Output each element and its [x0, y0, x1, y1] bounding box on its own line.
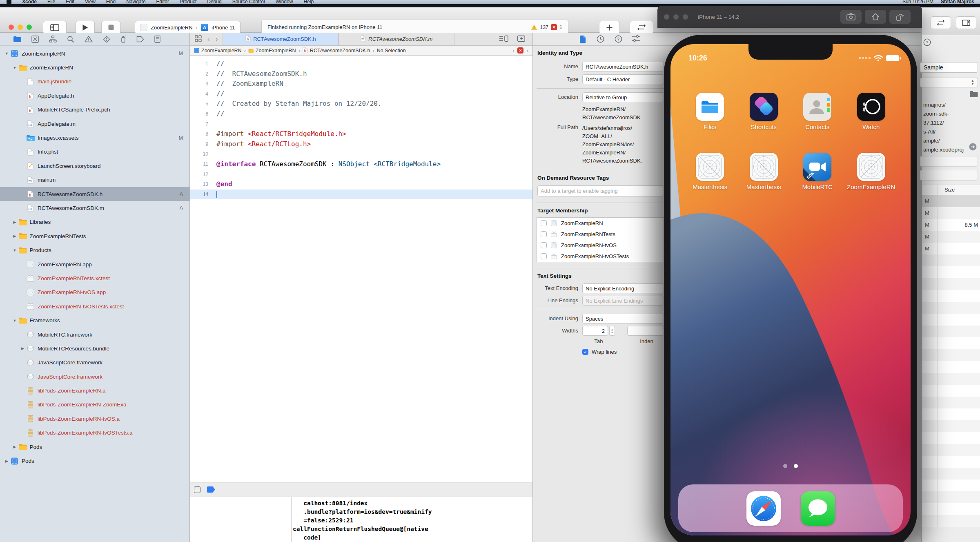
run-button[interactable] [76, 21, 95, 34]
disclosure-icon[interactable]: ▼ [3, 51, 10, 56]
breakpoints-toggle-icon[interactable] [207, 486, 215, 493]
tab-width-stepper[interactable]: ▲▼ [609, 326, 615, 336]
find-navigator-icon[interactable] [67, 36, 74, 43]
debug-navigator-icon[interactable] [120, 35, 126, 43]
bg-table-row[interactable]: M [922, 231, 980, 243]
disclosure-icon[interactable]: ▶ [11, 220, 18, 224]
menu-item-help[interactable]: Help [303, 0, 314, 4]
dock-app-safari[interactable] [746, 491, 781, 526]
code-line-12[interactable]: 12 [190, 170, 532, 180]
code-line-6[interactable]: 6// [190, 109, 532, 119]
bg-table-row[interactable] [922, 420, 980, 432]
simulator-title-bar[interactable]: iPhone 11 – 14.2 [657, 6, 922, 28]
code-line-13[interactable]: 13@end [190, 179, 532, 190]
close-window-button[interactable] [9, 25, 14, 30]
symbol-navigator-icon[interactable] [49, 36, 57, 42]
code-line-2[interactable]: 2// RCTAwesomeZoomSDK.h [190, 69, 532, 79]
navigator-row-products[interactable]: ▼Products [0, 243, 189, 257]
odr-tags-input[interactable]: Add to a target to enable tagging [537, 185, 664, 196]
app-files[interactable]: Files [683, 93, 737, 130]
menu-user[interactable]: Stefan Majiros [941, 0, 974, 4]
code-line-9[interactable]: 9#import <React/RCTLog.h> [190, 139, 532, 149]
navigator-row-zoomexamplern[interactable]: ▼ZoomExampleRN [0, 60, 189, 74]
code-line-10[interactable]: 10 [190, 149, 532, 159]
disclosure-icon[interactable]: ▼ [11, 319, 18, 323]
issue-navigator-icon[interactable] [85, 36, 93, 42]
bg-table-row[interactable] [922, 397, 980, 408]
bg-table-row[interactable] [922, 480, 980, 491]
menu-item-xcode[interactable]: Xcode [22, 0, 37, 4]
sim-close-button[interactable] [664, 14, 669, 20]
navigator-row-info-plist[interactable]: Info.plist [0, 145, 189, 159]
navigator-row-pods[interactable]: ▶Pods [0, 440, 189, 454]
dock-app-messages[interactable] [801, 491, 835, 526]
app-contacts[interactable]: Contacts [791, 93, 844, 130]
navigator-row-libpods-zoomexamplern-tvostests-a[interactable]: libPods-ZoomExampleRN-tvOSTests.a [0, 426, 189, 440]
bg-table-row[interactable] [922, 278, 980, 290]
source-control-navigator-icon[interactable] [31, 36, 39, 43]
navigator-row-zoomexamplern[interactable]: ▼ZoomExampleRNM [0, 47, 189, 60]
breadcrumb-segment[interactable]: ZoomExampleRN [248, 47, 296, 54]
debug-console[interactable]: calhost:8081/index .bundle?platform=ios&… [190, 497, 532, 542]
disclosure-icon[interactable]: ▶ [19, 346, 26, 350]
menu-clock[interactable]: Sun 10:26 PM [902, 0, 933, 4]
warning-count[interactable]: 137 [540, 25, 548, 30]
code-line-5[interactable]: 5// Created by Stefan Majiros on 12/20/2… [190, 99, 532, 109]
tab-rctawesomezoomsdk-m[interactable]: mRCTAwesomeZoomSDK.m [339, 33, 454, 45]
navigator-row-main-jsbundle[interactable]: main.jsbundle [0, 75, 189, 89]
wrap-lines-checkbox[interactable]: ✓ [582, 349, 588, 355]
code-line-1[interactable]: 1// [190, 59, 532, 69]
navigator-row-rctawesomezoomsdk-h[interactable]: hRCTAwesomeZoomSDK.hA [0, 187, 189, 201]
bg-table-row[interactable] [922, 290, 980, 302]
menu-item-editor[interactable]: Editor [156, 0, 169, 4]
sim-rotate-button[interactable] [889, 10, 911, 24]
bg-table-row[interactable]: M [922, 195, 980, 207]
bg-table-row[interactable] [922, 266, 980, 278]
navigator-row-libpods-zoomexamplern-zoomexa[interactable]: libPods-ZoomExampleRN-ZoomExa [0, 398, 189, 412]
previous-issue-icon[interactable]: ‹ [512, 47, 514, 54]
bg-table-row[interactable] [922, 491, 980, 503]
next-issue-icon[interactable]: › [526, 47, 528, 54]
app-masterthesis[interactable]: Masterthesis [737, 153, 791, 190]
navigator-row-libraries[interactable]: ▶Libraries [0, 215, 189, 229]
attributes-inspector-icon[interactable] [632, 35, 640, 44]
bg-table-row[interactable] [922, 326, 980, 337]
debug-layout-icon[interactable] [194, 486, 200, 493]
page-dot-1[interactable] [783, 464, 787, 468]
bg-form-field-2[interactable] [920, 170, 978, 181]
navigator-row-frameworks[interactable]: ▼Frameworks [0, 313, 189, 327]
bg-table-row[interactable] [922, 314, 980, 326]
navigator-row-zoomexamplern-app[interactable]: ZoomExampleRN.app [0, 257, 189, 271]
navigator-row-mobilertcresources-bundle[interactable]: ▶MobileRTCResources.bundle [0, 341, 189, 355]
bg-folder-icon[interactable] [969, 91, 978, 99]
sim-home-button[interactable] [865, 10, 886, 24]
shortcuts-app-icon[interactable] [750, 93, 778, 121]
mobilertc-app-icon[interactable]: SDK [803, 153, 831, 181]
app-mobilertc[interactable]: SDKMobileRTC [791, 153, 844, 190]
membership-checkbox[interactable] [541, 242, 547, 248]
breadcrumb-segment[interactable]: hRCTAwesomeZoomSDK.h [303, 47, 370, 54]
disclosure-icon[interactable]: ▼ [11, 248, 18, 252]
go-forward-icon[interactable]: › [216, 35, 218, 43]
menu-item-product[interactable]: Product [180, 0, 196, 4]
navigator-row-javascriptcore-framework[interactable]: JavaScriptCore.framework [0, 356, 189, 370]
bg-size-column-header[interactable]: Size [944, 187, 955, 193]
editor-swap-button[interactable] [630, 21, 653, 34]
bg-help-inspector-icon[interactable]: ? [923, 38, 931, 48]
disclosure-icon[interactable]: ▶ [3, 459, 10, 463]
location-dropdown[interactable]: Relative to Group [582, 92, 664, 102]
bg-form-field[interactable] [920, 156, 978, 167]
navigator-row-javascriptcore-framework[interactable]: JavaScriptCore.framework [0, 370, 189, 384]
navigator-panel-toggle-button[interactable] [43, 21, 67, 34]
bg-table-row[interactable] [922, 515, 980, 527]
menu-item-file[interactable]: File [47, 0, 55, 4]
bg-table-row[interactable]: M8.5 M [922, 219, 980, 231]
indent-width-field[interactable] [627, 326, 664, 336]
disclosure-icon[interactable]: ▶ [11, 445, 18, 449]
project-navigator-icon[interactable] [13, 36, 21, 42]
membership-row-zoomexamplern-tvostests[interactable]: ZoomExampleRN-tvOSTests [537, 251, 664, 262]
app-masterthesis[interactable]: Masterthesis [683, 153, 737, 190]
bg-table-row[interactable] [922, 373, 980, 385]
menu-item-navigate[interactable]: Navigate [126, 0, 145, 4]
navigator-row-libpods-zoomexamplern-a[interactable]: libPods-ZoomExampleRN.a [0, 384, 189, 397]
